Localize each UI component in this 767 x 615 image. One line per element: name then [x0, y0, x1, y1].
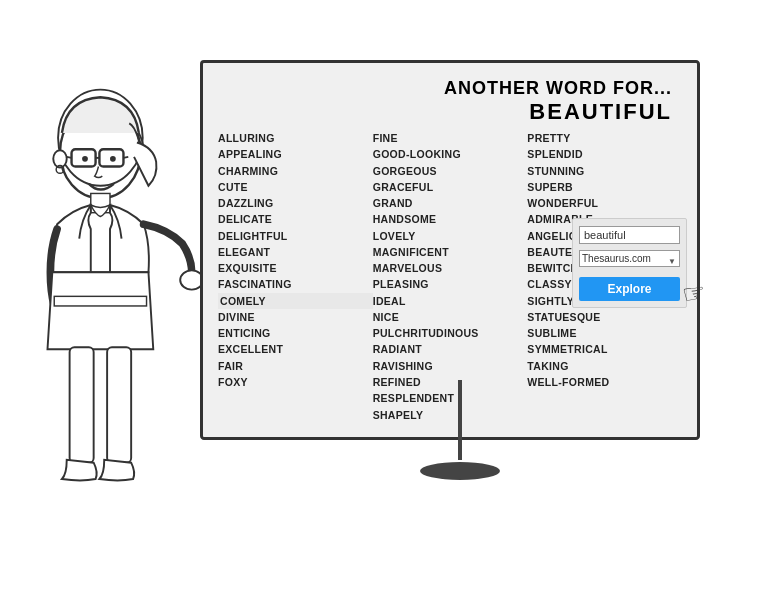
list-item: WELL-FORMED: [527, 374, 682, 390]
list-item: RAVISHING: [373, 358, 528, 374]
select-wrapper: Thesaurus.com Merriam-Webster Dictionary…: [579, 248, 680, 273]
list-item: DAZZLING: [218, 195, 373, 211]
svg-line-8: [123, 157, 128, 158]
list-item: SPLENDID: [527, 146, 682, 162]
list-item: STATUESQUE: [527, 309, 682, 325]
stand-pole: [458, 380, 462, 460]
list-item: GOOD-LOOKING: [373, 146, 528, 162]
list-item: ALLURING: [218, 130, 373, 146]
list-item: TAKING: [527, 358, 682, 374]
list-item: APPEALING: [218, 146, 373, 162]
list-item: NICE: [373, 309, 528, 325]
list-item: DELIGHTFUL: [218, 228, 373, 244]
whiteboard-container: ANOTHER WORD FOR... BEAUTIFUL ALLURING A…: [200, 60, 720, 480]
list-item: FAIR: [218, 358, 373, 374]
list-item: ELEGANT: [218, 244, 373, 260]
list-item: DELICATE: [218, 211, 373, 227]
list-item: RADIANT: [373, 341, 528, 357]
svg-point-10: [82, 156, 88, 162]
thesaurus-search-input[interactable]: [579, 226, 680, 244]
thesaurus-source-select[interactable]: Thesaurus.com Merriam-Webster Dictionary…: [579, 250, 680, 267]
whiteboard-title: ANOTHER WORD FOR... BEAUTIFUL: [218, 78, 682, 125]
list-item: FINE: [373, 130, 528, 146]
list-item: PULCHRITUDINOUS: [373, 325, 528, 341]
title-line2: BEAUTIFUL: [218, 99, 672, 125]
list-item: MAGNIFICENT: [373, 244, 528, 260]
list-item: DIVINE: [218, 309, 373, 325]
whiteboard-stand: [420, 380, 500, 480]
list-item: CUTE: [218, 179, 373, 195]
word-column-1: ALLURING APPEALING CHARMING CUTE DAZZLIN…: [218, 130, 373, 423]
list-item: FOXY: [218, 374, 373, 390]
list-item-highlight: COMELY: [218, 293, 373, 309]
list-item: WONDERFUL: [527, 195, 682, 211]
list-item: CHARMING: [218, 163, 373, 179]
list-item: STUNNING: [527, 163, 682, 179]
character-illustration: [10, 80, 210, 580]
list-item: SYMMETRICAL: [527, 341, 682, 357]
list-item: HANDSOME: [373, 211, 528, 227]
list-item: EXQUISITE: [218, 260, 373, 276]
list-item: IDEAL: [373, 293, 528, 309]
list-item: SUBLIME: [527, 325, 682, 341]
thesaurus-widget: Thesaurus.com Merriam-Webster Dictionary…: [572, 218, 687, 308]
list-item: MARVELOUS: [373, 260, 528, 276]
list-item: PLEASING: [373, 276, 528, 292]
word-column-2: FINE GOOD-LOOKING GORGEOUS GRACEFUL GRAN…: [373, 130, 528, 423]
scene: ANOTHER WORD FOR... BEAUTIFUL ALLURING A…: [0, 0, 767, 615]
svg-point-12: [110, 156, 116, 162]
list-item: PRETTY: [527, 130, 682, 146]
list-item: LOVELY: [373, 228, 528, 244]
list-item: FASCINATING: [218, 276, 373, 292]
svg-rect-16: [70, 347, 94, 462]
title-line1: ANOTHER WORD FOR...: [218, 78, 672, 99]
list-item: ENTICING: [218, 325, 373, 341]
explore-button[interactable]: Explore: [579, 277, 680, 301]
svg-line-7: [67, 157, 72, 158]
list-item: EXCELLENT: [218, 341, 373, 357]
stand-base: [420, 462, 500, 480]
list-item: GORGEOUS: [373, 163, 528, 179]
list-item: GRACEFUL: [373, 179, 528, 195]
list-item: SUPERB: [527, 179, 682, 195]
svg-rect-17: [107, 347, 131, 462]
list-item: GRAND: [373, 195, 528, 211]
